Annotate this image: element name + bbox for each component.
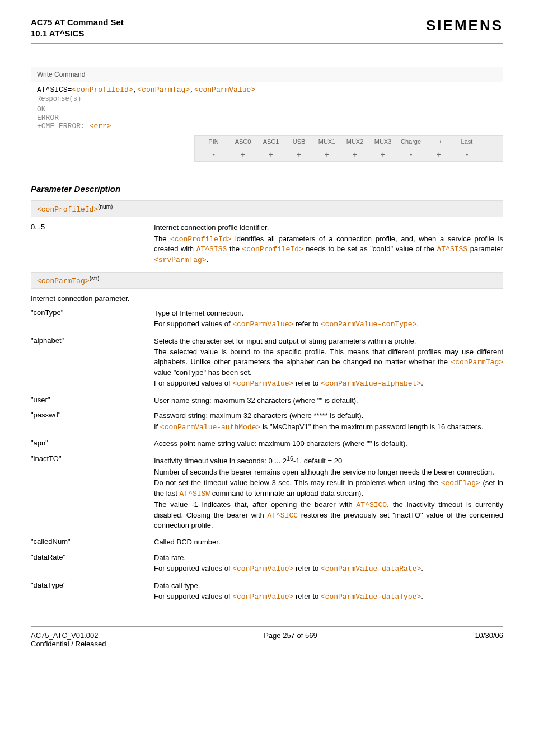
syntax-prefix: AT^SICS= bbox=[37, 86, 72, 94]
param-row: "dataType" Data call type. For supported… bbox=[31, 581, 503, 603]
page-footer: AC75_ATC_V01.002 Confidential / Released… bbox=[31, 631, 503, 648]
grid-val: + bbox=[425, 150, 453, 159]
grid-val: - bbox=[453, 150, 481, 159]
footer-left: AC75_ATC_V01.002 Confidential / Released bbox=[31, 631, 106, 648]
param-key: "passwd" bbox=[31, 411, 154, 419]
response-error: ERROR bbox=[37, 114, 497, 122]
param-desc: Data call type. For supported values of … bbox=[154, 581, 503, 603]
comma: , bbox=[190, 86, 194, 94]
param-row: "calledNum" Called BCD number. bbox=[31, 537, 503, 547]
param-link[interactable]: <conParmValue-authMode> bbox=[160, 423, 260, 431]
param-link[interactable]: <conParmTag> bbox=[137, 86, 190, 94]
param-key: "apn" bbox=[31, 439, 154, 447]
desc-line: Internet connection profile identifier. bbox=[154, 223, 503, 233]
grid-value-row: - + + + + + + - + - bbox=[195, 148, 503, 161]
param-type: (str) bbox=[90, 275, 100, 281]
param-desc: Data rate. For supported values of <conP… bbox=[154, 553, 503, 575]
param-key: "user" bbox=[31, 396, 154, 404]
top-divider bbox=[31, 43, 503, 44]
param-link[interactable]: <conProfileId> bbox=[170, 235, 231, 243]
write-command-syntax: AT^SICS=<conProfileId>,<conParmTag>,<con… bbox=[31, 82, 503, 134]
grid-val: - bbox=[198, 150, 229, 159]
cmd-link[interactable]: AT^SICO bbox=[357, 501, 387, 509]
grid-head: Charge bbox=[397, 138, 425, 145]
response-cme: +CME ERROR: <err> bbox=[37, 122, 497, 130]
arrow-right-icon: ➝ bbox=[425, 138, 453, 145]
param-link[interactable]: <conParmValue> bbox=[232, 565, 293, 573]
doc-subtitle: 10.1 AT^SICS bbox=[31, 28, 124, 39]
param-link[interactable]: <conParmValue-dataRate> bbox=[321, 565, 421, 573]
cmd-link[interactable]: AT^SICC bbox=[267, 511, 298, 520]
desc-line: The <conProfileId> identifies all parame… bbox=[154, 234, 503, 265]
param-header-conparmtag: <conParmTag>(str) bbox=[31, 272, 503, 289]
param-row: "passwd" Password string: maximum 32 cha… bbox=[31, 411, 503, 433]
footer-date: 10/30/06 bbox=[475, 631, 503, 648]
grid-val: + bbox=[229, 150, 257, 159]
grid-head: MUX2 bbox=[341, 138, 369, 145]
grid-val: + bbox=[369, 150, 397, 159]
section-title: Parameter Description bbox=[31, 184, 503, 194]
param-type: (num) bbox=[98, 204, 113, 210]
param-row: 0...5 Internet connection profile identi… bbox=[31, 223, 503, 266]
param-desc: Access point name string value: maximum … bbox=[154, 439, 503, 449]
grid-val: - bbox=[397, 150, 425, 159]
param-link[interactable]: <conParmValue-dataType> bbox=[321, 593, 421, 601]
param-key: "calledNum" bbox=[31, 537, 154, 546]
param-name[interactable]: <conProfileId> bbox=[37, 205, 98, 214]
param-key: "dataType" bbox=[31, 581, 154, 589]
grid-head: MUX3 bbox=[369, 138, 397, 145]
param-link[interactable]: <conParmValue> bbox=[232, 320, 293, 328]
footer-page: Page 257 of 569 bbox=[264, 631, 317, 648]
param-header-conprofileid: <conProfileId>(num) bbox=[31, 200, 503, 217]
param-row: Internet connection parameter. bbox=[31, 294, 503, 303]
param-link[interactable]: <conParmValue> bbox=[232, 593, 293, 601]
param-row: "inactTO" Inactivity timeout value in se… bbox=[31, 454, 503, 532]
param-link[interactable]: <conParmValue> bbox=[232, 379, 293, 388]
param-intro: Internet connection parameter. bbox=[31, 294, 154, 303]
err-link[interactable]: <err> bbox=[90, 122, 111, 130]
param-row: "apn" Access point name string value: ma… bbox=[31, 439, 503, 449]
brand-logo: SIEMENS bbox=[426, 17, 503, 34]
grid-head: Last bbox=[453, 138, 481, 145]
grid-head: ASC1 bbox=[257, 138, 285, 145]
bottom-divider bbox=[31, 626, 503, 627]
doc-title: AC75 AT Command Set bbox=[31, 17, 124, 28]
param-link[interactable]: <conParmTag> bbox=[451, 358, 503, 367]
param-range: 0...5 bbox=[31, 223, 154, 231]
cmd-link[interactable]: AT^SISS bbox=[437, 245, 468, 253]
capability-grid: PIN ASC0 ASC1 USB MUX1 MUX2 MUX3 Charge … bbox=[194, 135, 503, 162]
param-desc: Password string: maximum 32 characters (… bbox=[154, 411, 503, 433]
param-row: "conType" Type of Internet connection. F… bbox=[31, 308, 503, 331]
grid-head: USB bbox=[285, 138, 313, 145]
param-desc: Inactivity timeout value in seconds: 0 .… bbox=[154, 454, 503, 532]
param-name[interactable]: <conParmTag> bbox=[37, 277, 90, 285]
grid-head: PIN bbox=[198, 138, 229, 145]
grid-val: + bbox=[257, 150, 285, 159]
cme-prefix: +CME ERROR: bbox=[37, 122, 90, 130]
write-command-label: Write Command bbox=[31, 67, 503, 82]
footer-version: AC75_ATC_V01.002 bbox=[31, 631, 106, 640]
param-desc: Type of Internet connection. For support… bbox=[154, 308, 503, 331]
param-link[interactable]: <eodFlag> bbox=[441, 479, 480, 487]
param-row: "alphabet" Selects the character set for… bbox=[31, 336, 503, 390]
grid-val: + bbox=[313, 150, 341, 159]
cmd-link[interactable]: AT^SISW bbox=[180, 490, 210, 498]
grid-val: + bbox=[341, 150, 369, 159]
page-header: AC75 AT Command Set 10.1 AT^SICS SIEMENS bbox=[31, 17, 503, 39]
param-key: "dataRate" bbox=[31, 553, 154, 561]
param-link[interactable]: <srvParmTag> bbox=[154, 256, 207, 264]
param-link[interactable]: <conParmValue-conType> bbox=[321, 320, 417, 328]
param-desc: Selects the character set for input and … bbox=[154, 336, 503, 390]
param-link[interactable]: <conParmValue> bbox=[194, 86, 255, 94]
cmd-link[interactable]: AT^SISS bbox=[196, 245, 227, 253]
param-desc: User name string: maximum 32 characters … bbox=[154, 396, 503, 406]
param-link[interactable]: <conProfileId> bbox=[242, 245, 303, 253]
param-link[interactable]: <conProfileId> bbox=[72, 86, 133, 94]
param-desc: Internet connection profile identifier. … bbox=[154, 223, 503, 266]
grid-head: MUX1 bbox=[313, 138, 341, 145]
param-key: "alphabet" bbox=[31, 336, 154, 345]
grid-head: ASC0 bbox=[229, 138, 257, 145]
grid-header-row: PIN ASC0 ASC1 USB MUX1 MUX2 MUX3 Charge … bbox=[195, 136, 503, 148]
param-link[interactable]: <conParmValue-alphabet> bbox=[321, 379, 421, 388]
grid-val: + bbox=[285, 150, 313, 159]
